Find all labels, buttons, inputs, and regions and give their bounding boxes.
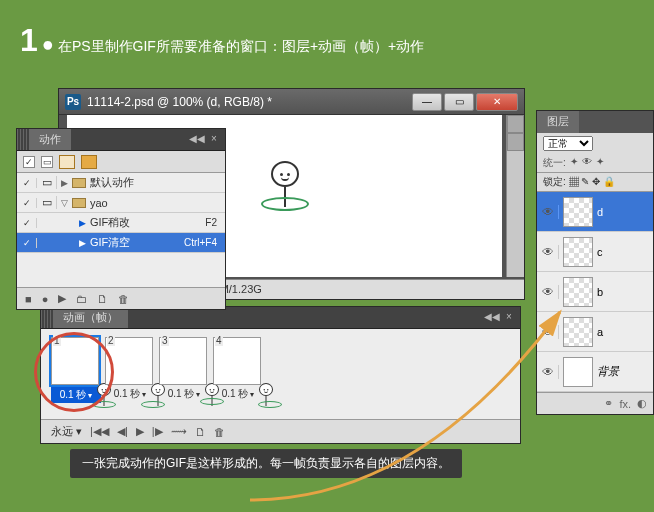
ps-icon: Ps <box>65 94 81 110</box>
record-icon[interactable]: ● <box>42 293 49 305</box>
fx-icon[interactable]: fx. <box>619 398 631 410</box>
frame-thumb[interactable]: 2 0.1 秒▾ <box>105 337 155 411</box>
action-row[interactable]: ✓▭ ▶ 默认动作 <box>17 173 225 193</box>
titlebar[interactable]: Ps 11114-2.psd @ 100% (d, RGB/8) * — ▭ ✕ <box>59 89 524 115</box>
document-title: 11114-2.psd @ 100% (d, RGB/8) * <box>87 95 412 109</box>
close-button[interactable]: ✕ <box>476 93 518 111</box>
minimize-button[interactable]: — <box>412 93 442 111</box>
header-text: 在PS里制作GIF所需要准备的窗口：图层+动画（帧）+动作 <box>58 38 424 56</box>
visibility-icon[interactable]: 👁 <box>537 245 559 259</box>
visibility-icon[interactable]: 👁 <box>537 365 559 379</box>
actions-tab[interactable]: 动作 <box>29 129 71 150</box>
visibility-icon[interactable]: 👁 <box>537 285 559 299</box>
prev-frame-icon[interactable]: ◀| <box>117 425 128 438</box>
trash-icon[interactable]: 🗑 <box>214 426 225 438</box>
unify-style-icon[interactable]: ✦ <box>596 156 604 170</box>
first-frame-icon[interactable]: |◀◀ <box>90 425 109 438</box>
panel-tabbar[interactable]: 动作 ◀◀ × <box>17 129 225 151</box>
new-action-icon[interactable]: 🗋 <box>97 293 108 305</box>
tween-icon[interactable]: ⟿ <box>171 425 187 438</box>
unify-visibility-icon[interactable]: 👁 <box>582 156 592 170</box>
layer-item[interactable]: 👁 b <box>537 272 653 312</box>
layer-item[interactable]: 👁 a <box>537 312 653 352</box>
frames-strip: 1 0.1 秒▾ 2 0.1 秒▾ 3 0.1 秒▾ 4 0.1 秒▾ <box>41 329 520 419</box>
layers-panel: 图层 正常 统一:✦👁✦ 锁定: ▦ ✎ ✥ 🔒 👁 d 👁 c 👁 b 👁 a… <box>536 110 654 415</box>
play-icon[interactable]: ▶ <box>58 292 66 305</box>
frame-thumb[interactable]: 3 0.1 秒▾ <box>159 337 209 411</box>
trash-icon[interactable]: 🗑 <box>118 293 129 305</box>
unify-row: 统一:✦👁✦ <box>537 154 653 173</box>
lock-row: 锁定: ▦ ✎ ✥ 🔒 <box>537 173 653 192</box>
frame-thumb[interactable]: 1 0.1 秒▾ <box>51 337 101 411</box>
maximize-button[interactable]: ▭ <box>444 93 474 111</box>
page-title: 1 ● 在PS里制作GIF所需要准备的窗口：图层+动画（帧）+动作 <box>20 22 424 59</box>
unify-position-icon[interactable]: ✦ <box>570 156 578 170</box>
loop-selector[interactable]: 永远 ▾ <box>51 424 82 439</box>
next-frame-icon[interactable]: |▶ <box>152 425 163 438</box>
frame-thumb[interactable]: 4 0.1 秒▾ <box>213 337 263 411</box>
play-icon[interactable]: ▶ <box>136 425 144 438</box>
step-number: 1 <box>20 22 38 59</box>
blend-mode-row: 正常 <box>537 133 653 154</box>
close-panel-icon[interactable]: × <box>207 133 221 147</box>
layers-footer: ⚭ fx. ◐ <box>537 392 653 414</box>
toggle-dialog[interactable]: ▭ <box>41 156 53 168</box>
button-mode-color[interactable] <box>81 155 97 169</box>
layer-item[interactable]: 👁 d <box>537 192 653 232</box>
visibility-icon[interactable]: 👁 <box>537 205 559 219</box>
blend-mode-select[interactable]: 正常 <box>543 136 593 151</box>
animation-tabbar[interactable]: 动画（帧） ◀◀ × <box>41 307 520 329</box>
collapse-icon[interactable]: ◀◀ <box>189 133 203 147</box>
action-list: ✓▭ ▶ 默认动作 ✓▭ ▽ yao ✓ ▶ GIF稍改 F2 ✓ ▶ GIF清… <box>17 173 225 287</box>
layers-tab[interactable]: 图层 <box>537 111 579 133</box>
vertical-scrollbar[interactable] <box>506 115 524 277</box>
link-icon[interactable]: ⚭ <box>604 397 613 410</box>
actions-footer: ■ ● ▶ 🗀 🗋 🗑 <box>17 287 225 309</box>
action-row[interactable]: ✓▭ ▽ yao <box>17 193 225 213</box>
visibility-icon[interactable]: 👁 <box>537 325 559 339</box>
mask-icon[interactable]: ◐ <box>637 397 647 410</box>
layer-item[interactable]: 👁 c <box>537 232 653 272</box>
animation-footer: 永远 ▾ |◀◀ ◀| ▶ |▶ ⟿ 🗋 🗑 <box>41 419 520 443</box>
animation-panel: 动画（帧） ◀◀ × 1 0.1 秒▾ 2 0.1 秒▾ 3 0.1 秒▾ 4 … <box>40 306 521 444</box>
new-frame-icon[interactable]: 🗋 <box>195 426 206 438</box>
action-row-selected[interactable]: ✓ ▶ GIF清空 Ctrl+F4 <box>17 233 225 253</box>
layer-item-background[interactable]: 👁 背景 <box>537 352 653 392</box>
folder-icon <box>72 178 86 188</box>
stick-figure <box>257 161 313 231</box>
animation-tab[interactable]: 动画（帧） <box>53 307 128 328</box>
caption: 一张完成动作的GIF是这样形成的。每一帧负责显示各自的图层内容。 <box>70 449 462 478</box>
button-mode-normal[interactable] <box>59 155 75 169</box>
collapse-icon[interactable]: ◀◀ <box>484 311 498 325</box>
stop-icon[interactable]: ■ <box>25 293 32 305</box>
folder-icon <box>72 198 86 208</box>
new-set-icon[interactable]: 🗀 <box>76 293 87 305</box>
action-toolbar: ✓ ▭ <box>17 151 225 173</box>
toggle-check[interactable]: ✓ <box>23 156 35 168</box>
actions-panel: 动作 ◀◀ × ✓ ▭ ✓▭ ▶ 默认动作 ✓▭ ▽ yao ✓ ▶ GIF稍改… <box>16 128 226 310</box>
close-panel-icon[interactable]: × <box>502 311 516 325</box>
action-row[interactable]: ✓ ▶ GIF稍改 F2 <box>17 213 225 233</box>
